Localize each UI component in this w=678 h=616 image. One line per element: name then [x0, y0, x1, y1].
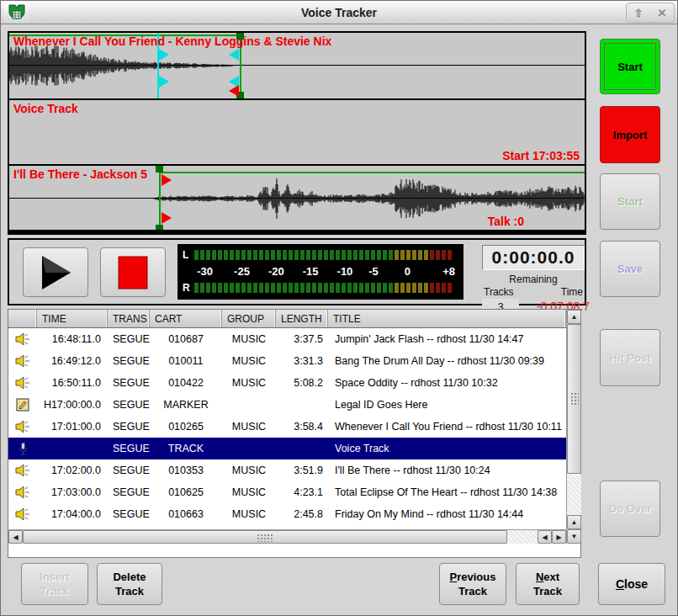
close-button[interactable]: Close	[598, 563, 665, 605]
log-row[interactable]: 16:49:12.0SEGUE010011MUSIC3:31.3Bang The…	[8, 350, 566, 372]
column-header-length[interactable]: LENGTH	[276, 310, 328, 327]
track2-marker-bottom-handle-icon[interactable]	[156, 225, 163, 230]
track1-cyan-end-upper-icon[interactable]	[229, 49, 239, 61]
cell-group: MUSIC	[222, 508, 276, 520]
vscroll-track[interactable]	[567, 474, 581, 515]
hscroll-right-button[interactable]: ▶	[552, 530, 566, 544]
meter-right-label: R	[183, 282, 194, 294]
close-window-button[interactable]: ✕	[658, 7, 667, 19]
import-button[interactable]: Import	[600, 106, 660, 163]
cell-title: Total Eclipse Of The Heart -- rdhost 11/…	[328, 486, 566, 498]
cell-title: Space Oddity -- rdhost 11/30 10:32	[328, 377, 566, 389]
horizontal-scrollbar: ◀ ◀ ▶	[8, 529, 566, 544]
meter-right-segments	[194, 283, 452, 293]
cell-group: MUSIC	[222, 486, 276, 498]
cell-group: MUSIC	[222, 421, 276, 433]
track2-start-upper-handle-icon[interactable]	[162, 174, 172, 186]
track2-waveform-panel[interactable]: I'll Be There - Jackson 5 Talk :0	[9, 164, 585, 230]
track1-fade-handle-icon[interactable]	[229, 85, 239, 97]
meter-tick-label: -30	[197, 265, 213, 278]
voicetrack-panel[interactable]: Voice Track Start 17:03:55	[9, 98, 585, 164]
start-next-button: Start	[600, 173, 660, 230]
cell-time: H17:00:00.0	[37, 399, 108, 411]
log-row[interactable]: 16:50:11.0SEGUE010422MUSIC5:08.2Space Od…	[8, 372, 566, 394]
save-button: Save	[600, 241, 660, 297]
log-row[interactable]: 16:48:11.0SEGUE010687MUSIC3:37.5Jumpin' …	[8, 328, 566, 350]
vscroll-down-button[interactable]: ▼	[567, 529, 581, 544]
cell-length: 3:51.9	[276, 465, 328, 476]
cell-cart: 010422	[150, 377, 222, 389]
track2-marker-top-handle-icon[interactable]	[156, 166, 163, 173]
cell-title: I'll Be There -- rdhost 11/30 10:24	[328, 465, 566, 476]
cell-cart: TRACK	[150, 443, 222, 454]
vscroll-up-button-2[interactable]: ▲	[567, 515, 581, 529]
play-button[interactable]	[23, 247, 88, 297]
talk-marker-lower-handle-icon[interactable]	[159, 76, 169, 88]
cell-cart: MARKER	[150, 399, 222, 411]
log-body: 16:48:11.0SEGUE010687MUSIC3:37.5Jumpin' …	[8, 328, 566, 544]
cell-title: Voice Track	[328, 443, 566, 454]
titlebar[interactable]: Voice Tracker ⇧ ✕	[1, 1, 677, 24]
cell-title: Friday On My Mind -- rdhost 11/30 14:44	[328, 508, 566, 520]
segue-marker-top-handle-icon[interactable]	[236, 33, 244, 40]
meter-tick-label: -10	[337, 265, 353, 278]
column-header-time[interactable]: TIME	[37, 310, 108, 327]
track2-title: I'll Be There - Jackson 5	[13, 167, 147, 181]
track1-title: Whenever I Call You Friend - Kenny Loggi…	[13, 35, 331, 48]
shade-window-button[interactable]: ⇧	[634, 7, 644, 19]
cell-cart: 010663	[150, 508, 222, 520]
track1-waveform-panel[interactable]: Whenever I Call You Friend - Kenny Loggi…	[9, 33, 585, 98]
log-row[interactable]: 17:02:00.0SEGUE010353MUSIC3:51.9I'll Be …	[8, 459, 566, 481]
cell-trans: SEGUE	[108, 486, 150, 498]
column-header-title[interactable]: TITLE	[328, 310, 566, 327]
column-header-trans[interactable]: TRANS	[108, 310, 150, 327]
voice-tracker-window: Voice Tracker ⇧ ✕ Whenever I Call You Fr…	[0, 0, 678, 616]
column-header-icon[interactable]	[8, 310, 37, 327]
cell-trans: SEGUE	[108, 508, 150, 520]
log-row[interactable]: 17:01:00.0SEGUE010265MUSIC3:58.4Whenever…	[8, 416, 566, 438]
cell-group: MUSIC	[222, 465, 276, 476]
start-record-button[interactable]: Start	[600, 39, 660, 94]
talk-marker-upper-handle-icon[interactable]	[159, 49, 169, 61]
waveform-stack: Whenever I Call You Friend - Kenny Loggi…	[8, 31, 586, 235]
speaker-icon	[8, 376, 37, 390]
log-row-selected[interactable]: SEGUETRACKVoice Track	[8, 438, 566, 459]
hscroll-left-button[interactable]: ◀	[8, 530, 23, 544]
hit-post-button: Hit Post	[600, 329, 660, 386]
cell-cart: 010625	[150, 486, 222, 498]
remaining-tracks-label: Tracks	[484, 286, 514, 298]
track2-talk-label: Talk :0	[488, 215, 524, 228]
track2-start-lower-handle-icon[interactable]	[162, 212, 172, 224]
cell-length: 2:45.8	[276, 508, 328, 520]
cell-time: 16:50:11.0	[37, 377, 108, 389]
meter-tick-label: 0	[405, 265, 411, 278]
remaining-label: Remaining	[477, 273, 590, 285]
speaker-icon	[8, 486, 37, 499]
stop-icon	[118, 256, 148, 289]
stop-button[interactable]	[100, 247, 166, 297]
column-header-group[interactable]: GROUP	[222, 310, 276, 327]
hscroll-track[interactable]	[507, 530, 538, 544]
cell-trans: SEGUE	[108, 399, 150, 411]
column-header-cart[interactable]: CART	[150, 310, 222, 327]
log-row[interactable]: 17:03:00.0SEGUE010625MUSIC4:23.1Total Ec…	[8, 481, 566, 503]
next-track-button[interactable]: Next Track	[516, 563, 580, 605]
vscroll-up-button[interactable]: ▲	[567, 310, 581, 324]
cell-trans: SEGUE	[108, 355, 150, 367]
track2-overlap-line	[159, 172, 585, 173]
log-row[interactable]: H17:00:00.0SEGUEMARKERLegal ID Goes Here	[8, 394, 566, 416]
vscroll-thumb[interactable]	[567, 324, 581, 474]
cell-trans: SEGUE	[108, 377, 150, 389]
log-row[interactable]: 17:04:00.0SEGUE010663MUSIC2:45.8Friday O…	[8, 503, 566, 525]
previous-track-button[interactable]: Previous Track	[439, 563, 506, 605]
meter-tick-label: -15	[303, 265, 319, 278]
cell-title: Jumpin' Jack Flash -- rdhost 11/30 14:47	[328, 333, 566, 345]
delete-track-button[interactable]: DeleteTrack	[97, 563, 162, 605]
cell-cart: 010011	[150, 355, 222, 367]
track2-start-marker-line[interactable]	[159, 166, 161, 230]
hscroll-thumb[interactable]	[23, 530, 507, 544]
remaining-time-label: Time	[561, 286, 583, 298]
meter-tick-label: -5	[368, 265, 379, 278]
play-icon	[39, 254, 72, 291]
hscroll-left-button-2[interactable]: ◀	[538, 530, 552, 544]
